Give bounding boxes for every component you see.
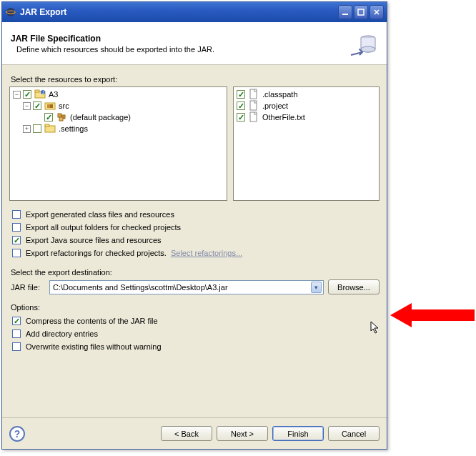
svg-rect-2 bbox=[342, 14, 348, 15]
svg-rect-20 bbox=[250, 89, 257, 99]
collapse-icon[interactable]: − bbox=[23, 102, 31, 110]
jar-file-path: C:\Documents and Settings\scottm\Desktop… bbox=[53, 283, 311, 292]
chevron-down-icon[interactable]: ▾ bbox=[311, 282, 322, 293]
checkbox[interactable] bbox=[33, 124, 41, 133]
export-options: Export generated class files and resourc… bbox=[9, 208, 380, 259]
checkbox[interactable] bbox=[12, 223, 21, 232]
option-compress[interactable]: Compress the contents of the JAR file bbox=[12, 314, 380, 327]
banner-subtext: Define which resources should be exporte… bbox=[16, 45, 348, 54]
back-button[interactable]: < Back bbox=[161, 426, 212, 441]
resources-list-right[interactable]: .classpath .project OtherFile.txt bbox=[233, 86, 380, 201]
list-item[interactable]: OtherFile.txt bbox=[235, 111, 377, 123]
option-label: Export all output folders for checked pr… bbox=[26, 223, 181, 232]
svg-point-7 bbox=[361, 46, 375, 52]
checkbox[interactable] bbox=[33, 101, 41, 110]
jar-icon bbox=[348, 28, 380, 59]
option-label: Export Java source files and resources bbox=[26, 236, 162, 244]
titlebar: JAR Export bbox=[2, 2, 387, 22]
help-button[interactable]: ? bbox=[9, 426, 25, 442]
file-icon bbox=[248, 100, 259, 111]
checkbox[interactable] bbox=[12, 317, 21, 325]
tree-node-default-package[interactable]: (default package) bbox=[11, 111, 225, 123]
node-label: (default package) bbox=[69, 113, 131, 122]
tree-node-project[interactable]: − J A3 bbox=[11, 89, 225, 100]
wizard-footer: ? < Back Next > Finish Cancel bbox=[2, 417, 387, 449]
resources-tree-left[interactable]: − J A3 − src bbox=[9, 86, 227, 201]
destination-section: Select the export destination: JAR file:… bbox=[9, 268, 380, 294]
checkbox[interactable] bbox=[12, 342, 21, 351]
wizard-banner: JAR File Specification Define which reso… bbox=[2, 22, 387, 65]
item-label: .classpath bbox=[262, 90, 298, 99]
eclipse-icon bbox=[5, 6, 16, 18]
option-refactorings[interactable]: Export refactorings for checked projects… bbox=[12, 247, 380, 259]
browse-button[interactable]: Browse... bbox=[328, 279, 380, 294]
minimize-button[interactable] bbox=[338, 5, 352, 19]
folder-icon bbox=[44, 123, 56, 134]
next-button[interactable]: Next > bbox=[217, 426, 268, 441]
checkbox[interactable] bbox=[237, 101, 245, 110]
destination-label: Select the export destination: bbox=[11, 268, 380, 277]
svg-point-0 bbox=[6, 8, 15, 16]
package-folder-icon bbox=[44, 100, 56, 111]
cancel-button[interactable]: Cancel bbox=[328, 426, 380, 441]
option-overwrite[interactable]: Overwrite existing files without warning bbox=[12, 340, 380, 353]
file-icon bbox=[248, 89, 259, 100]
svg-rect-22 bbox=[250, 112, 257, 122]
node-label: A3 bbox=[48, 90, 58, 99]
checkbox[interactable] bbox=[23, 90, 31, 99]
option-label: Export refactorings for checked projects… bbox=[26, 249, 167, 257]
wizard-body: Select the resources to export: − J A3 − bbox=[2, 65, 387, 357]
package-icon bbox=[56, 111, 67, 123]
svg-rect-21 bbox=[250, 101, 257, 110]
file-icon bbox=[248, 111, 259, 123]
svg-marker-23 bbox=[390, 303, 475, 327]
checkbox[interactable] bbox=[12, 249, 21, 257]
options-section: Options: Compress the contents of the JA… bbox=[9, 303, 380, 353]
option-java-source[interactable]: Export Java source files and resources bbox=[12, 234, 380, 247]
checkbox[interactable] bbox=[237, 90, 245, 99]
banner-heading: JAR File Specification bbox=[11, 34, 348, 44]
option-add-dir[interactable]: Add directory entries bbox=[12, 327, 380, 340]
resources-label: Select the resources to export: bbox=[11, 75, 380, 84]
list-item[interactable]: .project bbox=[235, 100, 377, 111]
svg-rect-9 bbox=[35, 90, 39, 92]
svg-rect-14 bbox=[50, 104, 53, 108]
checkbox[interactable] bbox=[12, 236, 21, 244]
option-label: Export generated class files and resourc… bbox=[26, 210, 174, 219]
list-item[interactable]: .classpath bbox=[235, 89, 377, 100]
select-refactorings-link[interactable]: Select refactorings... bbox=[171, 249, 242, 257]
svg-rect-13 bbox=[47, 104, 50, 108]
node-label: src bbox=[58, 101, 69, 110]
close-button[interactable] bbox=[370, 5, 384, 19]
jar-file-prefix: JAR file: bbox=[11, 283, 45, 292]
checkbox[interactable] bbox=[12, 210, 21, 219]
option-label: Overwrite existing files without warning bbox=[26, 342, 162, 351]
option-generated-class[interactable]: Export generated class files and resourc… bbox=[12, 208, 380, 221]
expand-icon[interactable]: + bbox=[23, 125, 31, 133]
option-label: Compress the contents of the JAR file bbox=[26, 317, 158, 325]
tree-node-settings[interactable]: + .settings bbox=[11, 123, 225, 134]
checkbox[interactable] bbox=[12, 329, 21, 338]
maximize-button[interactable] bbox=[354, 5, 368, 19]
checkbox[interactable] bbox=[237, 113, 245, 122]
options-label: Options: bbox=[11, 303, 380, 312]
svg-rect-17 bbox=[59, 117, 63, 121]
collapse-icon[interactable]: − bbox=[13, 91, 21, 99]
finish-button[interactable]: Finish bbox=[272, 426, 324, 441]
checkbox[interactable] bbox=[44, 113, 53, 122]
option-output-folders[interactable]: Export all output folders for checked pr… bbox=[12, 221, 380, 234]
svg-rect-3 bbox=[358, 9, 364, 15]
annotation-arrow-icon bbox=[390, 299, 475, 332]
svg-rect-19 bbox=[45, 124, 49, 127]
project-icon: J bbox=[34, 89, 46, 100]
item-label: OtherFile.txt bbox=[262, 113, 305, 122]
dialog-window: JAR Export JAR File Specification Define… bbox=[1, 1, 387, 450]
jar-file-combo[interactable]: C:\Documents and Settings\scottm\Desktop… bbox=[49, 280, 324, 294]
item-label: .project bbox=[262, 101, 288, 110]
tree-node-src[interactable]: − src bbox=[11, 100, 225, 111]
window-controls bbox=[338, 5, 384, 19]
window-title: JAR Export bbox=[20, 7, 338, 17]
option-label: Add directory entries bbox=[26, 329, 98, 338]
node-label: .settings bbox=[58, 124, 88, 133]
svg-rect-15 bbox=[58, 114, 61, 117]
